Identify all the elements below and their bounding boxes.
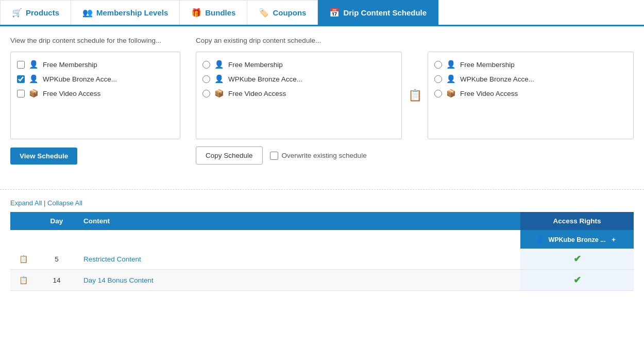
- products-icon: 🛒: [12, 8, 22, 18]
- list-item: 👤 WPKube Bronze Acce...: [17, 72, 174, 86]
- radio-wpkube-bronze-from[interactable]: [202, 75, 210, 83]
- bundle-icon: 📦: [446, 89, 456, 98]
- overwrite-label[interactable]: Overwrite existing schedule: [270, 152, 367, 160]
- tab-membership-levels[interactable]: 👥 Membership Levels: [71, 0, 180, 25]
- copy-to-list: 👤 Free Membership 👤 WPKube Bronze Acce..…: [428, 52, 634, 139]
- radio-free-video-to[interactable]: [434, 90, 442, 97]
- view-membership-list: 👤 Free Membership 👤 WPKube Bronze Acce..…: [10, 52, 180, 139]
- list-item: 👤 WPKube Bronze Acce...: [434, 72, 627, 86]
- list-item: 📦 Free Video Access: [434, 86, 627, 101]
- copy-to-list-wrap: 👤 Free Membership 👤 WPKube Bronze Acce..…: [428, 52, 634, 139]
- day-cell: 14: [36, 270, 77, 291]
- copy-actions-row: Copy Schedule Overwrite existing schedul…: [196, 146, 634, 165]
- wpkube-user-icon: 👤: [536, 236, 545, 243]
- copy-section: Copy an existing drip content schedule..…: [196, 37, 634, 165]
- day-col-header: Day: [36, 212, 77, 230]
- bundles-icon: 🎁: [191, 8, 201, 18]
- list-item: 👤 Free Membership: [17, 57, 174, 72]
- separator: |: [44, 199, 47, 207]
- icon-col-header: [10, 212, 36, 230]
- list-item: 👤 WPKube Bronze Acce...: [202, 72, 395, 86]
- drip-table: Day Content Access Rights 👤 WPKube Bronz…: [10, 212, 634, 291]
- copy-arrow-icon: 📋: [407, 89, 422, 102]
- coupons-icon: 🏷️: [259, 8, 269, 18]
- table-body: 📋 5 Restricted Content ✔ 📋 14: [10, 249, 634, 291]
- wpkube-bronze-header: 👤 WPKube Bronze ... +: [520, 230, 634, 249]
- list-item: 👤 Free Membership: [202, 57, 395, 72]
- content-cell: Day 14 Bonus Content: [77, 270, 520, 291]
- radio-free-membership-to[interactable]: [434, 61, 442, 69]
- member-icon: 👤: [446, 74, 456, 84]
- view-schedule-button[interactable]: View Schedule: [10, 148, 77, 165]
- list-item: 📦 Free Video Access: [17, 86, 174, 101]
- expand-collapse-bar: Expand All | Collapse All: [10, 199, 634, 207]
- access-rights-header: Access Rights: [520, 212, 634, 230]
- table-section: Expand All | Collapse All Day Content Ac…: [0, 199, 644, 301]
- checkbox-free-video[interactable]: [17, 90, 25, 97]
- access-checkmark: ✔: [573, 254, 581, 264]
- member-icon: 👤: [29, 60, 39, 69]
- member-icon: 👤: [214, 60, 224, 69]
- member-icon: 👤: [29, 74, 39, 84]
- content-link[interactable]: Restricted Content: [83, 255, 141, 263]
- add-column-icon[interactable]: +: [609, 235, 618, 243]
- drip-schedule-icon: 📅: [329, 8, 340, 18]
- bundle-icon: 📦: [214, 89, 224, 98]
- member-icon: 👤: [446, 60, 456, 69]
- tab-drip-content-schedule[interactable]: 📅 Drip Content Schedule: [318, 0, 438, 25]
- copy-section-description: Copy an existing drip content schedule..…: [196, 37, 634, 44]
- content-col-header: Content: [77, 212, 520, 230]
- copy-from-to-row: 👤 Free Membership 👤 WPKube Bronze Acce..…: [196, 52, 634, 139]
- membership-icon: 👥: [82, 8, 93, 18]
- access-cell: ✔: [520, 249, 634, 270]
- day-cell: 5: [36, 249, 77, 270]
- overwrite-checkbox[interactable]: [270, 152, 278, 160]
- content-link[interactable]: Day 14 Bonus Content: [83, 276, 154, 284]
- checkbox-wpkube-bronze[interactable]: [17, 75, 25, 83]
- copy-from-list: 👤 Free Membership 👤 WPKube Bronze Acce..…: [196, 52, 402, 139]
- member-icon: 👤: [214, 74, 224, 84]
- copy-row-icon[interactable]: 📋: [19, 255, 28, 263]
- table-row: 📋 5 Restricted Content ✔: [10, 249, 634, 270]
- table-header-row-access: 👤 WPKube Bronze ... +: [10, 230, 634, 249]
- empty-header: [10, 230, 520, 249]
- row-copy-icon-cell: 📋: [10, 249, 36, 270]
- collapse-all-link[interactable]: Collapse All: [47, 199, 82, 207]
- view-section: View the drip content schedule for the f…: [10, 37, 196, 165]
- radio-free-video-from[interactable]: [202, 90, 210, 97]
- tab-coupons[interactable]: 🏷️ Coupons: [247, 0, 318, 25]
- main-content: View the drip content schedule for the f…: [0, 26, 644, 180]
- checkbox-free-membership[interactable]: [17, 61, 25, 69]
- tab-products[interactable]: 🛒 Products: [0, 0, 71, 25]
- view-section-description: View the drip content schedule for the f…: [10, 37, 180, 44]
- copy-schedule-button[interactable]: Copy Schedule: [196, 146, 263, 165]
- top-section-row: View the drip content schedule for the f…: [10, 37, 634, 165]
- bundle-icon: 📦: [29, 89, 39, 98]
- access-checkmark: ✔: [573, 275, 581, 285]
- section-divider: [0, 189, 644, 190]
- access-cell: ✔: [520, 270, 634, 291]
- expand-all-link[interactable]: Expand All: [10, 199, 42, 207]
- content-cell: Restricted Content: [77, 249, 520, 270]
- radio-wpkube-bronze-to[interactable]: [434, 75, 442, 83]
- copy-from-list-wrap: 👤 Free Membership 👤 WPKube Bronze Acce..…: [196, 52, 402, 139]
- radio-free-membership-from[interactable]: [202, 61, 210, 69]
- copy-row-icon[interactable]: 📋: [19, 276, 28, 284]
- list-item: 👤 Free Membership: [434, 57, 627, 72]
- tab-bar: 🛒 Products 👥 Membership Levels 🎁 Bundles…: [0, 0, 644, 26]
- table-header-row-top: Day Content Access Rights: [10, 212, 634, 230]
- row-copy-icon-cell: 📋: [10, 270, 36, 291]
- tab-bundles[interactable]: 🎁 Bundles: [180, 0, 247, 25]
- table-row: 📋 14 Day 14 Bonus Content ✔: [10, 270, 634, 291]
- list-item: 📦 Free Video Access: [202, 86, 395, 101]
